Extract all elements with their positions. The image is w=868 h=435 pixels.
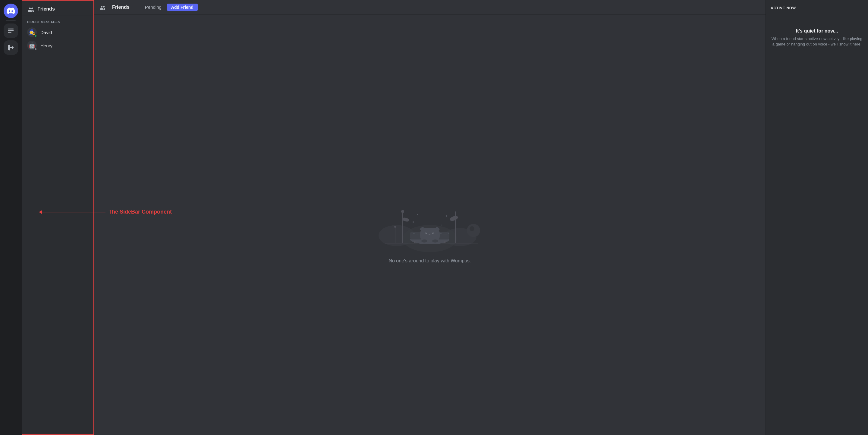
dm-avatar-david: 🧙 — [27, 27, 37, 37]
svg-rect-0 — [8, 29, 13, 30]
main-content: Friends Pending Add Friend — [94, 0, 766, 435]
inbox-button[interactable] — [4, 24, 18, 38]
discord-home-button[interactable] — [4, 4, 18, 18]
svg-point-25 — [446, 215, 447, 216]
svg-point-19 — [429, 234, 430, 235]
active-now-title: ACTIVE NOW — [771, 6, 863, 10]
svg-rect-1 — [8, 30, 13, 31]
svg-rect-2 — [8, 32, 11, 33]
svg-point-23 — [432, 239, 438, 242]
svg-point-27 — [417, 214, 418, 215]
sidebar-title[interactable]: Friends — [27, 5, 89, 13]
server-rail — [0, 0, 22, 435]
dm-name-henry: Henry — [40, 43, 53, 48]
svg-point-29 — [470, 226, 474, 231]
dm-avatar-henry: 🤖 — [27, 41, 37, 50]
svg-point-26 — [441, 225, 442, 226]
dm-item-david[interactable]: 🧙 David — [25, 26, 91, 39]
dm-section-label: DIRECT MESSAGES — [22, 15, 93, 25]
svg-point-9 — [401, 210, 404, 213]
wumpus-empty-state: No one's around to play with Wumpus. — [367, 186, 493, 264]
sidebar-title-text: Friends — [37, 6, 55, 12]
active-now-empty-title: It's quiet for now... — [796, 28, 838, 34]
svg-point-24 — [412, 222, 414, 223]
sidebar-header: Friends — [22, 1, 93, 15]
add-friend-button[interactable]: Add Friend — [167, 4, 198, 11]
dm-status-henry — [34, 47, 37, 51]
svg-point-11 — [394, 226, 396, 228]
svg-rect-32 — [414, 241, 415, 243]
dm-list: 🧙 David 🤖 Henry — [22, 25, 93, 53]
dm-name-david: David — [40, 30, 52, 35]
wumpus-caption: No one's around to play with Wumpus. — [389, 258, 471, 264]
wumpus-illustration — [367, 186, 493, 252]
header-friends-title: Friends — [112, 4, 130, 10]
active-now-panel: ACTIVE NOW It's quiet for now... When a … — [766, 0, 868, 435]
svg-point-22 — [421, 239, 427, 242]
dm-status-david — [34, 34, 37, 37]
svg-rect-33 — [444, 241, 445, 243]
main-header: Friends Pending Add Friend — [94, 0, 766, 14]
signout-button[interactable] — [4, 40, 18, 55]
friends-icon — [27, 5, 34, 13]
server-divider — [6, 21, 16, 21]
active-now-empty-state: It's quiet for now... When a friend star… — [771, 28, 863, 47]
header-divider — [137, 4, 137, 11]
svg-point-13 — [449, 215, 458, 222]
header-friends-icon — [99, 4, 106, 11]
dm-item-henry[interactable]: 🤖 Henry — [25, 39, 91, 52]
sidebar: Friends DIRECT MESSAGES 🧙 David 🤖 Henry … — [22, 0, 94, 435]
main-body: No one's around to play with Wumpus. — [94, 14, 766, 435]
tab-pending[interactable]: Pending — [144, 3, 162, 11]
active-now-empty-desc: When a friend starts active-now activity… — [771, 36, 863, 47]
